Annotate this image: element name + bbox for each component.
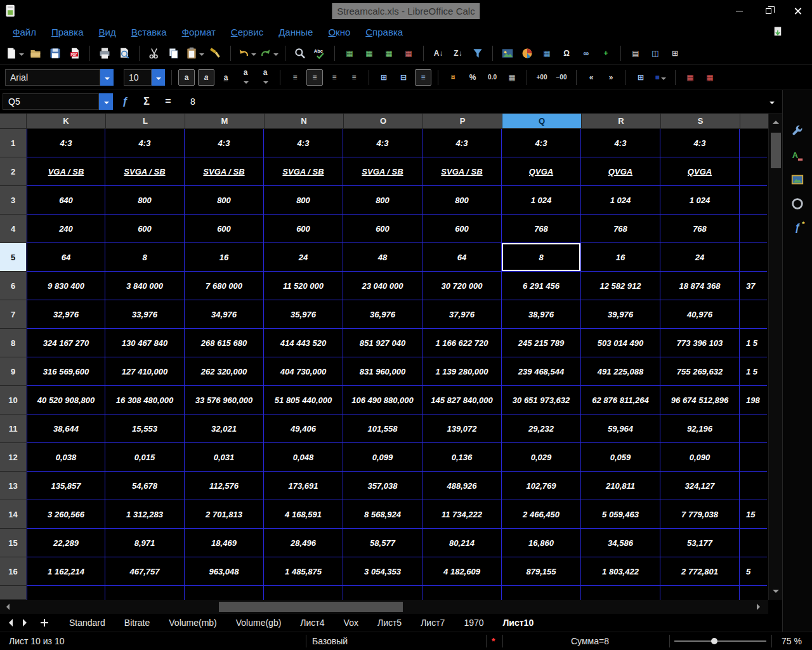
cell-P5[interactable]: 64 <box>422 243 502 272</box>
cell-L1[interactable]: 4:3 <box>105 129 185 157</box>
cell-L5[interactable]: 8 <box>105 243 185 272</box>
cell-P1[interactable]: 4:3 <box>422 129 502 157</box>
formula-equals-icon[interactable]: = <box>159 93 178 110</box>
cell-M3[interactable]: 800 <box>185 186 264 215</box>
new-document-icon[interactable] <box>5 45 24 62</box>
cell-S5[interactable]: 24 <box>660 243 740 272</box>
wrap-text-icon[interactable]: ≡ <box>415 69 431 86</box>
cell-R1[interactable]: 4:3 <box>581 129 660 157</box>
font-name-value[interactable]: Arial <box>5 69 100 86</box>
cell-R10[interactable]: 62 876 811,264 <box>581 386 660 415</box>
next-sheet-button[interactable] <box>18 614 36 632</box>
cell-N15[interactable]: 28,496 <box>264 529 343 557</box>
add-sheet-button[interactable] <box>36 614 53 632</box>
name-box[interactable]: Q5 <box>3 93 99 110</box>
cell-O15[interactable]: 58,577 <box>343 529 422 557</box>
cell-N2[interactable]: SVGA / SB <box>264 157 343 186</box>
menu-view[interactable]: Вид <box>91 23 124 41</box>
cell-K1[interactable]: 4:3 <box>27 129 105 157</box>
cell-R4[interactable]: 768 <box>581 215 660 243</box>
cell-N9[interactable]: 404 730,000 <box>264 357 343 386</box>
cell-M1[interactable]: 4:3 <box>185 129 264 157</box>
sum-icon[interactable]: Σ <box>137 93 156 110</box>
cell-Q11[interactable]: 29,232 <box>502 415 581 443</box>
cell-R7[interactable]: 39,976 <box>581 300 660 329</box>
cell-partial[interactable] <box>740 215 767 243</box>
merge-cells-icon[interactable]: ⊟ <box>395 69 412 86</box>
cell-K2[interactable]: VGA / SB <box>27 157 105 186</box>
cell-L15[interactable]: 8,971 <box>105 529 185 557</box>
redo-icon[interactable] <box>259 45 278 62</box>
cell-partial[interactable] <box>740 529 767 557</box>
column-header-K[interactable]: K <box>27 114 106 129</box>
scroll-left-icon[interactable] <box>3 604 10 610</box>
background-color-icon[interactable]: ■ <box>652 69 669 86</box>
font-size-combo[interactable]: 10 <box>124 69 165 86</box>
zoom-level[interactable]: 75 % <box>782 636 802 646</box>
cell-R2[interactable]: QVGA <box>581 157 660 186</box>
cell-O5[interactable]: 48 <box>343 243 422 272</box>
cell-S14[interactable]: 7 779,038 <box>660 500 740 529</box>
cell-O13[interactable]: 357,038 <box>343 472 422 500</box>
column-header-P[interactable]: P <box>423 114 502 129</box>
cell-S15[interactable]: 53,177 <box>660 529 740 557</box>
cell-L10[interactable]: 16 308 480,000 <box>105 386 185 415</box>
bold-icon[interactable]: а <box>178 69 195 86</box>
column-header-O[interactable]: O <box>344 114 423 129</box>
cell-partial[interactable] <box>740 586 767 600</box>
find-replace-icon[interactable] <box>292 45 308 62</box>
cell-O6[interactable]: 23 040 000 <box>343 272 422 300</box>
cell-N11[interactable]: 49,406 <box>264 415 343 443</box>
sheet-tab-6[interactable]: Лист5 <box>368 614 411 631</box>
cell-Q7[interactable]: 38,976 <box>502 300 581 329</box>
cell-N17[interactable] <box>264 586 343 600</box>
copy-icon[interactable] <box>166 45 182 62</box>
cell-P16[interactable]: 4 182,609 <box>422 557 502 586</box>
scroll-up-icon[interactable] <box>773 117 779 124</box>
merge-center-icon[interactable]: ⊞ <box>376 69 392 86</box>
cell-R17[interactable] <box>581 586 660 600</box>
cell-K7[interactable]: 32,976 <box>27 300 105 329</box>
clone-formatting-icon[interactable] <box>207 45 224 62</box>
cell-P8[interactable]: 1 166 622 720 <box>422 329 502 357</box>
cell-Q2[interactable]: QVGA <box>502 157 581 186</box>
cell-K16[interactable]: 1 162,214 <box>27 557 105 586</box>
cell-P4[interactable]: 600 <box>422 215 502 243</box>
cell-P7[interactable]: 37,976 <box>422 300 502 329</box>
cell-P10[interactable]: 145 827 840,000 <box>422 386 502 415</box>
export-pdf-icon[interactable]: PDF <box>67 45 83 62</box>
cell-N13[interactable]: 173,691 <box>264 472 343 500</box>
cell-N6[interactable]: 11 520 000 <box>264 272 343 300</box>
column-header-partial[interactable] <box>740 114 768 129</box>
cell-Q5[interactable]: 8 <box>502 243 581 272</box>
cell-partial[interactable]: 198 <box>740 386 767 415</box>
cell-S6[interactable]: 18 874 368 <box>660 272 740 300</box>
scroll-down-icon[interactable] <box>773 590 779 596</box>
cell-L8[interactable]: 130 467 840 <box>105 329 185 357</box>
restore-button[interactable] <box>754 0 783 22</box>
italic-icon[interactable]: а <box>198 69 214 86</box>
column-header-L[interactable]: L <box>106 114 185 129</box>
cell-K4[interactable]: 240 <box>27 215 105 243</box>
decrease-indent-icon[interactable]: « <box>583 69 599 86</box>
cell-K9[interactable]: 316 569,600 <box>27 357 105 386</box>
cell-partial[interactable] <box>740 157 767 186</box>
gallery-icon[interactable] <box>789 171 806 188</box>
delete-column-icon[interactable]: ▦ <box>400 45 417 62</box>
row-header-16[interactable]: 16 <box>0 557 27 586</box>
cell-N5[interactable]: 24 <box>264 243 343 272</box>
sheet-tab-0[interactable]: Standard <box>60 614 115 631</box>
cell-L16[interactable]: 467,757 <box>105 557 185 586</box>
sheet-tab-2[interactable]: Volume(mb) <box>159 614 226 631</box>
cell-N12[interactable]: 0,048 <box>264 443 343 472</box>
vertical-scrollbar-thumb[interactable] <box>771 133 781 168</box>
cell-S13[interactable]: 324,127 <box>660 472 740 500</box>
cell-Q6[interactable]: 6 291 456 <box>502 272 581 300</box>
font-size-value[interactable]: 10 <box>124 69 152 86</box>
cell-Q12[interactable]: 0,029 <box>502 443 581 472</box>
row-header-4[interactable]: 4 <box>0 215 27 243</box>
increase-indent-icon[interactable]: » <box>603 69 619 86</box>
align-left-icon[interactable]: ≡ <box>287 69 303 86</box>
cell-M17[interactable] <box>185 586 264 600</box>
cell-M13[interactable]: 112,576 <box>185 472 264 500</box>
